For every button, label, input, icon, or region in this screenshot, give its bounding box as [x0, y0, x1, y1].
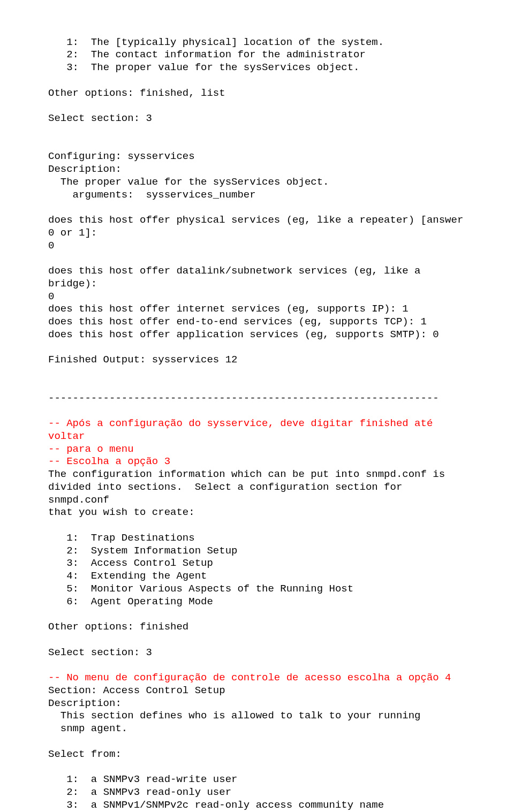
- terminal-line: 6: Agent Operating Mode: [48, 596, 213, 608]
- terminal-line: Other options: finished: [48, 621, 188, 633]
- terminal-line: Configuring: sysservices: [48, 150, 195, 162]
- terminal-line: 2: System Information Setup: [48, 545, 237, 557]
- terminal-line: 1: The [typically physical] location of …: [48, 36, 384, 48]
- terminal-line: 1: Trap Destinations: [48, 532, 195, 544]
- terminal-line: divided into sections. Select a configur…: [48, 481, 409, 506]
- terminal-line: 2: The contact information for the admin…: [48, 49, 366, 60]
- terminal-line: 5: Monitor Various Aspects of the Runnin…: [48, 583, 353, 595]
- terminal-line: Select section: 3: [48, 112, 152, 124]
- comment-line: -- No menu de configuração de controle d…: [48, 672, 451, 684]
- terminal-line: does this host offer datalink/subnetwork…: [48, 265, 427, 290]
- terminal-line: does this host offer physical services (…: [48, 214, 470, 239]
- terminal-line: 2: a SNMPv3 read-only user: [48, 786, 231, 798]
- terminal-line: does this host offer end-to-end services…: [48, 316, 427, 328]
- comment-line: -- Escolha a opção 3: [48, 456, 170, 467]
- terminal-line: Select from:: [48, 748, 122, 760]
- comment-line: -- para o menu: [48, 443, 140, 455]
- terminal-line: 0: [48, 240, 54, 252]
- terminal-line: that you wish to create:: [48, 506, 195, 518]
- terminal-line: This section defines who is allowed to t…: [48, 710, 421, 722]
- comment-line: -- Após a configuração do sysservice, de…: [48, 418, 439, 442]
- terminal-line: 1: a SNMPv3 read-write user: [48, 773, 237, 785]
- terminal-line: The proper value for the sysServices obj…: [48, 176, 329, 188]
- terminal-line: 4: Extending the Agent: [48, 570, 207, 582]
- terminal-line: Description:: [48, 163, 122, 175]
- terminal-line: snmp agent.: [48, 723, 127, 734]
- terminal-line: does this host offer application service…: [48, 329, 439, 340]
- terminal-line: arguments: sysservices_number: [48, 189, 256, 201]
- terminal-line: 3: a SNMPv1/SNMPv2c read-only access com…: [48, 799, 384, 811]
- terminal-line: ----------------------------------------…: [48, 392, 439, 404]
- terminal-line: Other options: finished, list: [48, 87, 225, 99]
- document-body: 1: The [typically physical] location of …: [48, 36, 466, 813]
- terminal-line: The configuration information which can …: [48, 468, 445, 480]
- terminal-line: 3: The proper value for the sysServices …: [48, 62, 360, 73]
- terminal-line: Section: Access Control Setup: [48, 685, 225, 696]
- terminal-line: does this host offer internet services (…: [48, 303, 409, 315]
- terminal-line: 3: Access Control Setup: [48, 557, 213, 569]
- terminal-line: 0: [48, 291, 54, 302]
- terminal-line: Description:: [48, 697, 122, 709]
- terminal-line: Finished Output: sysservices 12: [48, 354, 237, 366]
- terminal-line: Select section: 3: [48, 647, 152, 658]
